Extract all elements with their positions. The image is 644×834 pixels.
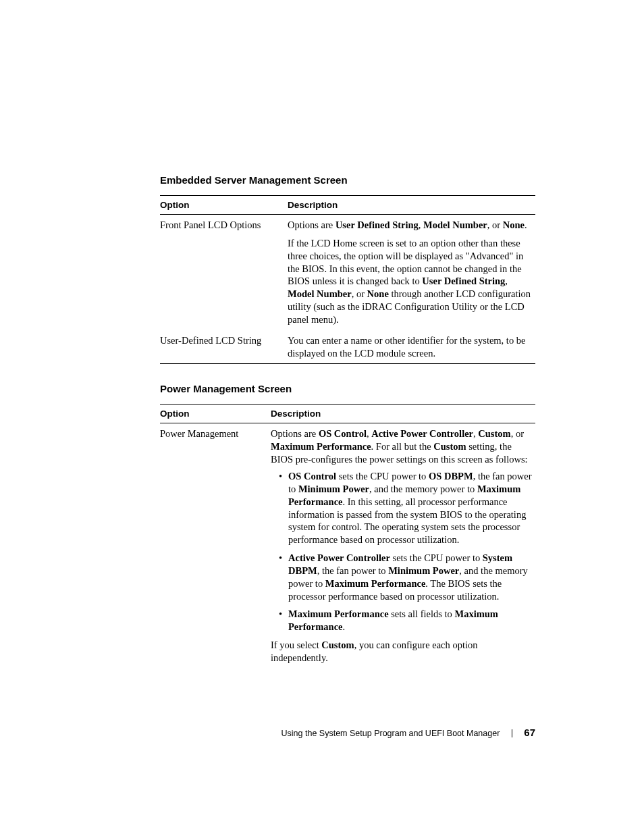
heading-embedded: Embedded Server Management Screen	[160, 174, 535, 186]
table-row: User-Defined LCD String You can enter a …	[160, 330, 535, 364]
col-header-option: Option	[160, 405, 271, 423]
page-footer: Using the System Setup Program and UEFI …	[160, 727, 535, 738]
desc-text: Options are OS Control, Active Power Con…	[271, 427, 533, 466]
table-power: Option Description Power Management Opti…	[160, 404, 535, 668]
col-header-description: Description	[271, 405, 535, 423]
list-item: OS Control sets the CPU power to OS DBPM…	[280, 470, 533, 546]
description-cell: Options are OS Control, Active Power Con…	[271, 423, 535, 669]
desc-text: If you select Custom, you can configure …	[271, 639, 533, 664]
table-row: Front Panel LCD Options Options are User…	[160, 215, 535, 236]
heading-power: Power Management Screen	[160, 383, 535, 394]
page-number: 67	[524, 727, 535, 738]
option-cell: User-Defined LCD String	[160, 330, 288, 364]
table-embedded: Option Description Front Panel LCD Optio…	[160, 195, 535, 364]
option-cell: Power Management	[160, 423, 271, 669]
description-cell: You can enter a name or other identifier…	[288, 330, 535, 364]
page-content: Embedded Server Management Screen Option…	[160, 174, 535, 669]
list-item: Maximum Performance sets all fields to M…	[280, 608, 533, 633]
description-cell: Options are User Defined String, Model N…	[288, 215, 535, 236]
footer-separator	[512, 729, 512, 737]
list-item: Active Power Controller sets the CPU pow…	[280, 552, 533, 602]
bullet-list: OS Control sets the CPU power to OS DBPM…	[271, 470, 533, 633]
col-header-description: Description	[288, 196, 535, 215]
desc-text: You can enter a name or other identifier…	[288, 334, 533, 360]
desc-text: If the LCD Home screen is set to an opti…	[288, 237, 533, 326]
desc-text: Options are User Defined String, Model N…	[288, 219, 533, 232]
description-cell: If the LCD Home screen is set to an opti…	[288, 236, 535, 330]
table-row: If the LCD Home screen is set to an opti…	[160, 236, 535, 330]
col-header-option: Option	[160, 196, 288, 215]
footer-text: Using the System Setup Program and UEFI …	[281, 729, 500, 738]
option-cell: Front Panel LCD Options	[160, 215, 288, 236]
table-row: Power Management Options are OS Control,…	[160, 423, 535, 669]
